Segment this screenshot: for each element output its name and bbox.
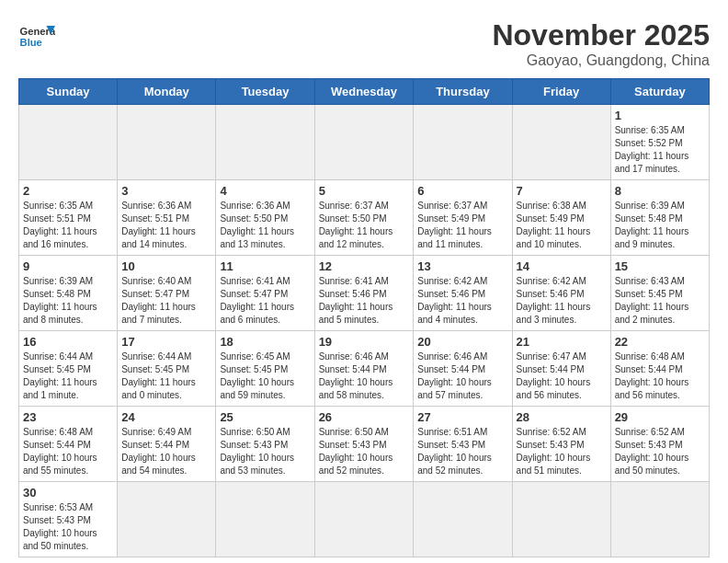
day-info: Sunrise: 6:51 AMSunset: 5:43 PMDaylight:… xyxy=(417,426,507,477)
day-cell: 24 Sunrise: 6:49 AMSunset: 5:44 PMDaylig… xyxy=(118,407,216,482)
empty-cell xyxy=(118,105,216,180)
day-cell: 3 Sunrise: 6:36 AMSunset: 5:51 PMDayligh… xyxy=(118,180,216,256)
calendar-table: Sunday Monday Tuesday Wednesday Thursday… xyxy=(18,78,710,557)
day-info: Sunrise: 6:43 AMSunset: 5:45 PMDaylight:… xyxy=(615,275,705,327)
day-cell: 29 Sunrise: 6:52 AMSunset: 5:43 PMDaylig… xyxy=(610,407,709,482)
day-info: Sunrise: 6:38 AMSunset: 5:49 PMDaylight:… xyxy=(517,200,607,251)
day-number: 22 xyxy=(615,335,705,349)
day-number: 10 xyxy=(121,259,211,273)
day-number: 26 xyxy=(319,410,410,424)
day-number: 27 xyxy=(417,410,507,424)
empty-cell xyxy=(512,482,610,557)
day-info: Sunrise: 6:35 AMSunset: 5:52 PMDaylight:… xyxy=(615,124,705,176)
day-cell: 23 Sunrise: 6:48 AMSunset: 5:44 PMDaylig… xyxy=(19,407,118,482)
empty-cell xyxy=(118,482,216,557)
day-number: 3 xyxy=(121,184,211,198)
calendar-row: 30 Sunrise: 6:53 AMSunset: 5:43 PMDaylig… xyxy=(19,482,710,557)
day-number: 6 xyxy=(417,184,507,198)
header-monday: Monday xyxy=(118,79,216,105)
day-info: Sunrise: 6:44 AMSunset: 5:45 PMDaylight:… xyxy=(121,350,211,402)
calendar-row: 16 Sunrise: 6:44 AMSunset: 5:45 PMDaylig… xyxy=(19,331,710,407)
logo-icon: General Blue xyxy=(18,18,55,55)
day-info: Sunrise: 6:37 AMSunset: 5:50 PMDaylight:… xyxy=(319,200,410,251)
empty-cell xyxy=(610,482,709,557)
day-info: Sunrise: 6:53 AMSunset: 5:43 PMDaylight:… xyxy=(23,501,113,553)
day-cell: 9 Sunrise: 6:39 AMSunset: 5:48 PMDayligh… xyxy=(19,256,118,331)
location-title: Gaoyao, Guangdong, China xyxy=(492,52,710,69)
day-info: Sunrise: 6:47 AMSunset: 5:44 PMDaylight:… xyxy=(517,350,607,402)
day-number: 14 xyxy=(517,259,607,273)
day-number: 11 xyxy=(220,259,310,273)
day-info: Sunrise: 6:36 AMSunset: 5:50 PMDaylight:… xyxy=(220,200,310,251)
empty-cell xyxy=(19,105,118,180)
empty-cell xyxy=(314,105,414,180)
day-info: Sunrise: 6:39 AMSunset: 5:48 PMDaylight:… xyxy=(23,275,113,327)
empty-cell xyxy=(216,482,314,557)
day-number: 7 xyxy=(517,184,607,198)
day-cell: 7 Sunrise: 6:38 AMSunset: 5:49 PMDayligh… xyxy=(512,180,610,256)
day-number: 19 xyxy=(319,335,410,349)
calendar-row: 1 Sunrise: 6:35 AMSunset: 5:52 PMDayligh… xyxy=(19,105,710,180)
calendar-row: 9 Sunrise: 6:39 AMSunset: 5:48 PMDayligh… xyxy=(19,256,710,331)
day-number: 28 xyxy=(517,410,607,424)
header-sunday: Sunday xyxy=(19,79,118,105)
header-tuesday: Tuesday xyxy=(216,79,314,105)
day-cell: 22 Sunrise: 6:48 AMSunset: 5:44 PMDaylig… xyxy=(610,331,709,407)
day-info: Sunrise: 6:45 AMSunset: 5:45 PMDaylight:… xyxy=(220,350,310,402)
header-saturday: Saturday xyxy=(610,79,709,105)
day-number: 1 xyxy=(615,109,705,122)
day-cell: 16 Sunrise: 6:44 AMSunset: 5:45 PMDaylig… xyxy=(19,331,118,407)
day-cell: 19 Sunrise: 6:46 AMSunset: 5:44 PMDaylig… xyxy=(314,331,414,407)
day-cell: 8 Sunrise: 6:39 AMSunset: 5:48 PMDayligh… xyxy=(610,180,709,256)
header-wednesday: Wednesday xyxy=(314,79,414,105)
day-number: 24 xyxy=(121,410,211,424)
day-number: 21 xyxy=(517,335,607,349)
day-cell: 18 Sunrise: 6:45 AMSunset: 5:45 PMDaylig… xyxy=(216,331,314,407)
day-cell: 26 Sunrise: 6:50 AMSunset: 5:43 PMDaylig… xyxy=(314,407,414,482)
day-info: Sunrise: 6:40 AMSunset: 5:47 PMDaylight:… xyxy=(121,275,211,327)
day-number: 9 xyxy=(23,259,113,273)
day-number: 5 xyxy=(319,184,410,198)
day-info: Sunrise: 6:41 AMSunset: 5:46 PMDaylight:… xyxy=(319,275,410,327)
day-number: 4 xyxy=(220,184,310,198)
day-info: Sunrise: 6:50 AMSunset: 5:43 PMDaylight:… xyxy=(220,426,310,477)
page-header: General Blue November 2025 Gaoyao, Guang… xyxy=(18,18,710,69)
day-cell: 28 Sunrise: 6:52 AMSunset: 5:43 PMDaylig… xyxy=(512,407,610,482)
day-number: 2 xyxy=(23,184,113,198)
day-info: Sunrise: 6:48 AMSunset: 5:44 PMDaylight:… xyxy=(615,350,705,402)
header-friday: Friday xyxy=(512,79,610,105)
calendar-row: 2 Sunrise: 6:35 AMSunset: 5:51 PMDayligh… xyxy=(19,180,710,256)
day-cell: 13 Sunrise: 6:42 AMSunset: 5:46 PMDaylig… xyxy=(414,256,512,331)
day-info: Sunrise: 6:49 AMSunset: 5:44 PMDaylight:… xyxy=(121,426,211,477)
empty-cell xyxy=(414,105,512,180)
day-cell: 15 Sunrise: 6:43 AMSunset: 5:45 PMDaylig… xyxy=(610,256,709,331)
day-cell: 10 Sunrise: 6:40 AMSunset: 5:47 PMDaylig… xyxy=(118,256,216,331)
day-cell: 6 Sunrise: 6:37 AMSunset: 5:49 PMDayligh… xyxy=(414,180,512,256)
day-number: 20 xyxy=(417,335,507,349)
day-cell: 21 Sunrise: 6:47 AMSunset: 5:44 PMDaylig… xyxy=(512,331,610,407)
day-number: 15 xyxy=(615,259,705,273)
empty-cell xyxy=(216,105,314,180)
day-cell: 5 Sunrise: 6:37 AMSunset: 5:50 PMDayligh… xyxy=(314,180,414,256)
day-cell: 1 Sunrise: 6:35 AMSunset: 5:52 PMDayligh… xyxy=(610,105,709,180)
logo: General Blue xyxy=(18,18,55,55)
day-info: Sunrise: 6:42 AMSunset: 5:46 PMDaylight:… xyxy=(517,275,607,327)
day-info: Sunrise: 6:46 AMSunset: 5:44 PMDaylight:… xyxy=(417,350,507,402)
day-number: 18 xyxy=(220,335,310,349)
day-cell: 30 Sunrise: 6:53 AMSunset: 5:43 PMDaylig… xyxy=(19,482,118,557)
day-cell: 17 Sunrise: 6:44 AMSunset: 5:45 PMDaylig… xyxy=(118,331,216,407)
day-info: Sunrise: 6:44 AMSunset: 5:45 PMDaylight:… xyxy=(23,350,113,402)
day-cell: 2 Sunrise: 6:35 AMSunset: 5:51 PMDayligh… xyxy=(19,180,118,256)
header-thursday: Thursday xyxy=(414,79,512,105)
day-info: Sunrise: 6:36 AMSunset: 5:51 PMDaylight:… xyxy=(121,200,211,251)
svg-text:Blue: Blue xyxy=(20,37,42,48)
calendar-header-row: Sunday Monday Tuesday Wednesday Thursday… xyxy=(19,79,710,105)
day-cell: 11 Sunrise: 6:41 AMSunset: 5:47 PMDaylig… xyxy=(216,256,314,331)
day-number: 8 xyxy=(615,184,705,198)
day-info: Sunrise: 6:37 AMSunset: 5:49 PMDaylight:… xyxy=(417,200,507,251)
day-cell: 27 Sunrise: 6:51 AMSunset: 5:43 PMDaylig… xyxy=(414,407,512,482)
empty-cell xyxy=(414,482,512,557)
title-area: November 2025 Gaoyao, Guangdong, China xyxy=(492,18,710,69)
day-info: Sunrise: 6:39 AMSunset: 5:48 PMDaylight:… xyxy=(615,200,705,251)
calendar-row: 23 Sunrise: 6:48 AMSunset: 5:44 PMDaylig… xyxy=(19,407,710,482)
